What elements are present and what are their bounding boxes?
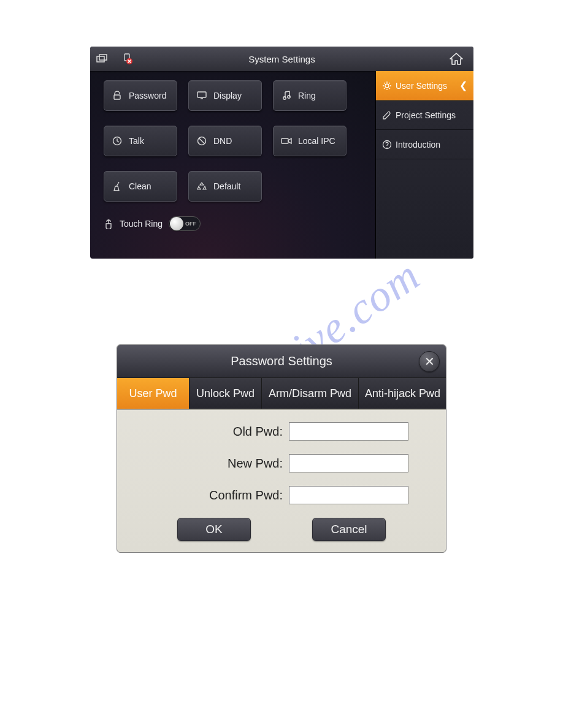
talk-tile[interactable]: Talk	[104, 126, 177, 156]
sidebar-item-project-settings[interactable]: Project Settings	[376, 100, 473, 130]
tab-anti-hijack-pwd[interactable]: Anti-hijack Pwd	[359, 378, 446, 409]
toggle-state-label: OFF	[185, 221, 196, 227]
password-tile[interactable]: Password	[104, 80, 177, 111]
header-bar: System Settings	[90, 47, 473, 71]
system-settings-screen: System Settings Password Display	[90, 47, 473, 259]
page-title: System Settings	[90, 54, 473, 64]
music-note-icon	[281, 91, 292, 100]
close-icon: ✕	[424, 354, 435, 369]
touch-ring-label: Touch Ring	[120, 219, 163, 229]
tab-unlock-pwd[interactable]: Unlock Pwd	[190, 378, 262, 409]
svg-point-7	[288, 96, 290, 98]
svg-rect-4	[114, 95, 120, 99]
settings-grid: Password Display Ring Talk	[90, 71, 375, 259]
tile-label: Talk	[129, 136, 144, 146]
svg-rect-10	[282, 138, 288, 143]
settings-sidebar: User Settings ❮ Project Settings Introdu…	[375, 71, 473, 259]
local-ipc-tile[interactable]: Local IPC	[273, 126, 347, 156]
confirm-pwd-label: Confirm Pwd:	[136, 488, 289, 502]
tile-label: Local IPC	[298, 136, 335, 146]
old-pwd-input[interactable]	[289, 422, 408, 441]
button-label: OK	[205, 523, 222, 536]
broom-icon	[112, 181, 123, 191]
tab-label: User Pwd	[129, 387, 177, 400]
display-tile[interactable]: Display	[188, 80, 262, 111]
default-tile[interactable]: Default	[188, 171, 262, 202]
button-label: Cancel	[331, 523, 367, 536]
chevron-left-icon: ❮	[459, 80, 467, 91]
dialog-title: Password Settings	[231, 354, 332, 368]
sidebar-item-label: Project Settings	[396, 110, 456, 120]
tile-label: Password	[129, 91, 166, 100]
screens-icon[interactable]	[90, 47, 115, 71]
tile-label: Display	[213, 91, 242, 100]
tile-label: DND	[213, 136, 232, 146]
device-remove-icon[interactable]	[115, 47, 139, 71]
password-tabs: User Pwd Unlock Pwd Arm/Disarm Pwd Anti-…	[117, 378, 446, 410]
new-pwd-input[interactable]	[289, 454, 408, 472]
tab-label: Arm/Disarm Pwd	[269, 387, 351, 400]
recycle-icon	[196, 181, 207, 191]
tile-label: Clean	[129, 181, 151, 191]
svg-rect-5	[197, 92, 206, 97]
touch-icon	[104, 218, 113, 229]
password-settings-dialog: Password Settings ✕ User Pwd Unlock Pwd …	[117, 344, 446, 553]
wrench-icon	[382, 110, 392, 120]
camera-icon	[281, 137, 292, 145]
touch-ring-row: Touch Ring OFF	[104, 216, 368, 231]
lock-open-icon	[112, 91, 123, 100]
svg-rect-1	[99, 55, 107, 60]
old-pwd-label: Old Pwd:	[136, 425, 289, 439]
sidebar-item-label: User Settings	[396, 81, 447, 91]
close-button[interactable]: ✕	[419, 351, 440, 372]
clean-tile[interactable]: Clean	[104, 171, 177, 202]
monitor-icon	[196, 91, 207, 100]
sidebar-item-user-settings[interactable]: User Settings ❮	[376, 71, 473, 100]
new-pwd-label: New Pwd:	[136, 457, 289, 471]
cancel-button[interactable]: Cancel	[312, 518, 386, 541]
dnd-tile[interactable]: DND	[188, 126, 262, 156]
tab-label: Unlock Pwd	[196, 387, 255, 400]
dnd-icon	[196, 136, 207, 146]
svg-point-11	[385, 84, 389, 88]
toggle-knob	[170, 217, 183, 230]
tile-label: Default	[213, 181, 240, 191]
ring-tile[interactable]: Ring	[273, 80, 347, 111]
help-icon	[382, 140, 392, 150]
svg-point-12	[383, 140, 391, 148]
sidebar-item-introduction[interactable]: Introduction	[376, 130, 473, 159]
gear-icon	[382, 81, 392, 91]
tab-arm-disarm-pwd[interactable]: Arm/Disarm Pwd	[262, 378, 359, 409]
svg-rect-0	[97, 56, 104, 62]
home-button[interactable]	[444, 47, 469, 71]
confirm-pwd-input[interactable]	[289, 486, 408, 504]
touch-ring-toggle[interactable]: OFF	[169, 216, 201, 231]
dialog-header: Password Settings ✕	[117, 345, 446, 378]
tile-label: Ring	[298, 91, 316, 100]
clock-icon	[112, 136, 123, 146]
tab-user-pwd[interactable]: User Pwd	[117, 378, 190, 409]
ok-button[interactable]: OK	[177, 518, 251, 541]
sidebar-item-label: Introduction	[396, 140, 440, 150]
tab-label: Anti-hijack Pwd	[365, 387, 440, 400]
password-form: Old Pwd: New Pwd: Confirm Pwd: OK Cancel	[117, 410, 446, 547]
